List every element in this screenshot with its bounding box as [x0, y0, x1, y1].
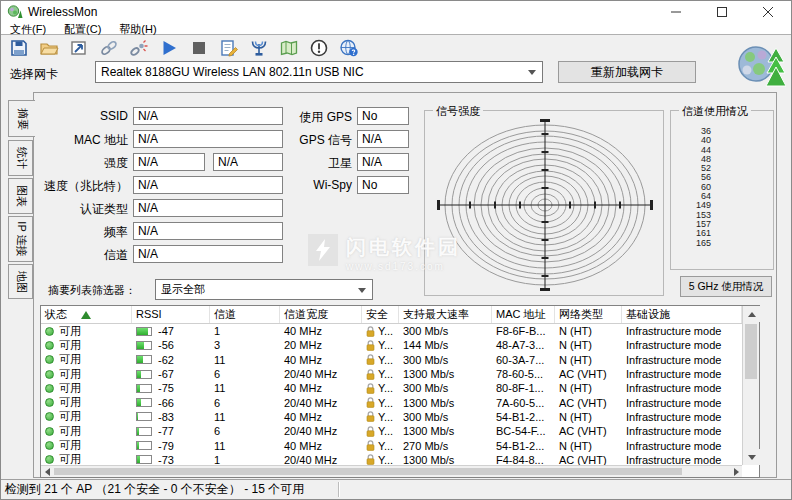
header-mac[interactable]: MAC 地址: [492, 306, 555, 323]
summary-filter-select[interactable]: 显示全部: [155, 279, 373, 300]
cell-network-type: N (HT): [555, 325, 622, 337]
lock-icon: [366, 354, 375, 365]
table-row[interactable]: 可用 -56 3 20 MHz Y... 144 Mb/s 48-A7-3...…: [41, 338, 742, 352]
scroll-right-button[interactable]: [730, 466, 742, 477]
header-rssi[interactable]: RSSI: [132, 306, 210, 323]
antenna-icon[interactable]: [249, 38, 269, 58]
five-ghz-usage-button[interactable]: 5 GHz 使用情况: [680, 276, 772, 297]
cell-channel-width: 20/40 MHz: [280, 425, 362, 437]
help-globe-icon[interactable]: [339, 38, 359, 58]
cell-mac: F4-84-8...: [492, 454, 555, 465]
horizontal-scroll-thumb[interactable]: [54, 468, 682, 475]
cell-mac: BC-54-F...: [492, 425, 555, 437]
cell-status: 可用: [41, 324, 132, 339]
rssi-bar-icon: [136, 441, 152, 450]
strength-field-1[interactable]: N/A: [133, 153, 205, 171]
cell-rssi: -73: [132, 454, 210, 465]
arrow-left-icon: [45, 468, 50, 476]
table-row[interactable]: 可用 -83 11 40 MHz Y... 300 Mb/s 54-B1-2..…: [41, 410, 742, 424]
status-available-icon: [45, 427, 54, 436]
header-max-rate[interactable]: 支持最大速率: [399, 306, 492, 323]
table-row[interactable]: 可用 -73 1 20/40 MHz Y... 1300 Mb/s F4-84-…: [41, 453, 742, 465]
reload-adapters-button[interactable]: 重新加载网卡: [558, 61, 696, 83]
cell-channel-width: 40 MHz: [280, 382, 362, 394]
frequency-field[interactable]: N/A: [133, 222, 283, 240]
alert-icon[interactable]: [309, 38, 329, 58]
menu-config[interactable]: 配置(C): [55, 23, 110, 35]
window-title: WirelessMon: [28, 5, 97, 19]
table-row[interactable]: 可用 -66 6 20/40 MHz Y... 1300 Mb/s 7A-60-…: [41, 395, 742, 409]
header-infrastructure[interactable]: 基础设施: [622, 306, 742, 323]
table-row[interactable]: 可用 -79 11 40 MHz Y... 270 Mb/s 54-B1-2..…: [41, 438, 742, 452]
header-channel[interactable]: 信道: [210, 306, 280, 323]
play-icon[interactable]: [159, 38, 179, 58]
cell-max-rate: 300 Mb/s: [399, 325, 492, 337]
map-icon[interactable]: [279, 38, 299, 58]
header-security[interactable]: 安全: [362, 306, 399, 323]
cell-mac: 60-3A-7...: [492, 354, 555, 366]
scroll-up-button[interactable]: [743, 306, 760, 322]
cell-status: 可用: [41, 424, 132, 439]
header-status[interactable]: 状态: [41, 306, 132, 323]
table-row[interactable]: 可用 -67 6 20/40 MHz Y... 1300 Mb/s 78-60-…: [41, 367, 742, 381]
table-row[interactable]: 可用 -62 11 40 MHz Y... 300 Mb/s 60-3A-7..…: [41, 353, 742, 367]
auth-type-field[interactable]: N/A: [133, 199, 283, 217]
stop-icon[interactable]: [189, 38, 209, 58]
cell-rssi: -47: [132, 325, 210, 337]
tab-map[interactable]: 地图: [8, 264, 33, 299]
scroll-down-button[interactable]: [743, 449, 760, 465]
wispy-field[interactable]: No: [357, 176, 409, 194]
cell-security: Y...: [362, 382, 399, 394]
cell-rssi: -67: [132, 368, 210, 380]
status-bar-divider: [338, 482, 339, 497]
rssi-bar-icon: [136, 398, 152, 407]
lock-icon: [366, 454, 375, 465]
adapter-label: 选择网卡: [10, 66, 58, 83]
cell-mac: 48-A7-3...: [492, 339, 555, 351]
table-row[interactable]: 可用 -77 6 20/40 MHz Y... 1300 Mb/s BC-54-…: [41, 424, 742, 438]
title-bar: WirelessMon: [1, 1, 791, 23]
header-channel-width[interactable]: 信道宽度: [280, 306, 362, 323]
export-icon[interactable]: [69, 38, 89, 58]
table-row[interactable]: 可用 -75 11 40 MHz Y... 300 Mb/s 80-8F-1..…: [41, 381, 742, 395]
menu-help[interactable]: 帮助(H): [110, 23, 165, 35]
tab-summary[interactable]: 摘要: [8, 100, 35, 137]
cell-infrastructure: Infrastructure mode: [622, 382, 742, 394]
vertical-scrollbar[interactable]: [742, 306, 759, 465]
cell-infrastructure: Infrastructure mode: [622, 325, 742, 337]
cell-max-rate: 300 Mb/s: [399, 382, 492, 394]
broken-link-icon[interactable]: [129, 38, 149, 58]
cell-channel: 1: [210, 454, 280, 465]
satellites-field[interactable]: N/A: [357, 153, 409, 171]
close-button[interactable]: [745, 1, 791, 23]
adapter-select[interactable]: Realtek 8188GU Wireless LAN 802.11n USB …: [95, 61, 543, 83]
cell-infrastructure: Infrastructure mode: [622, 440, 742, 452]
cell-rssi: -77: [132, 425, 210, 437]
cell-channel: 11: [210, 440, 280, 452]
minimize-button[interactable]: [653, 1, 699, 23]
vertical-scroll-thumb[interactable]: [745, 324, 757, 379]
menu-file[interactable]: 文件(F): [1, 23, 55, 35]
edit-log-icon[interactable]: [219, 38, 239, 58]
cell-status: 可用: [41, 381, 132, 396]
cell-max-rate: 1300 Mb/s: [399, 454, 492, 465]
save-icon[interactable]: [9, 38, 29, 58]
cell-security: Y...: [362, 325, 399, 337]
use-gps-field[interactable]: No: [357, 107, 409, 125]
rssi-bar-icon: [136, 412, 152, 421]
header-network-type[interactable]: 网络类型: [555, 306, 622, 323]
maximize-button[interactable]: [699, 1, 745, 23]
link-icon[interactable]: [99, 38, 119, 58]
adapter-selected-value: Realtek 8188GU Wireless LAN 802.11n USB …: [101, 65, 364, 79]
gps-signal-field[interactable]: N/A: [357, 130, 409, 148]
channel-field[interactable]: N/A: [133, 245, 283, 263]
status-available-icon: [45, 355, 54, 364]
arrow-right-icon: [734, 468, 739, 476]
lock-icon: [366, 340, 375, 351]
table-row[interactable]: 可用 -47 1 40 MHz Y... 300 Mb/s F8-6F-B...…: [41, 324, 742, 338]
ap-table: 状态 RSSI 信道 信道宽度 安全 支持最大速率 MAC 地址 网络类型 基础…: [40, 305, 760, 478]
horizontal-scrollbar[interactable]: [41, 465, 742, 477]
open-folder-icon[interactable]: [39, 38, 59, 58]
lock-icon: [366, 369, 375, 380]
scroll-left-button[interactable]: [41, 466, 53, 477]
